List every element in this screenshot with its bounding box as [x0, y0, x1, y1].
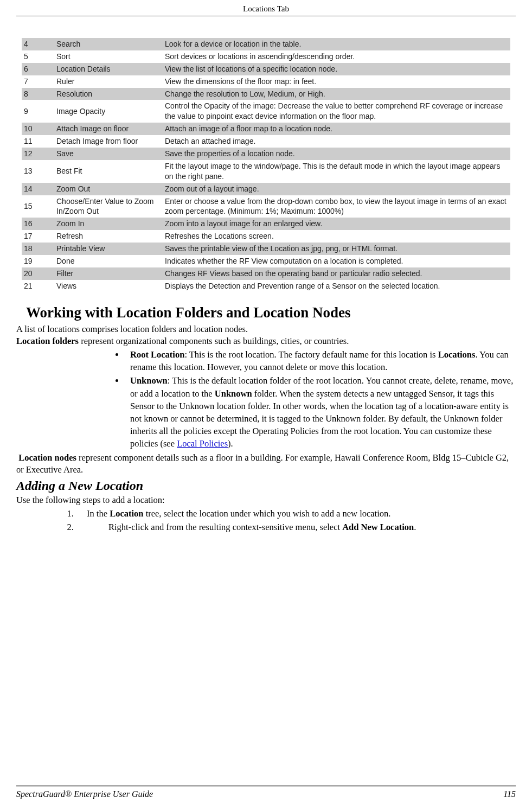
row-number: 16: [22, 218, 54, 230]
bullet-unknown: Unknown: This is the default location fo…: [125, 374, 516, 450]
table-row: 11Detach Image from floorDetach an attac…: [22, 135, 510, 148]
table-row: 17RefreshRefreshes the Locations screen.: [22, 230, 510, 243]
row-number: 11: [22, 135, 54, 148]
step-2: Right-click and from the resulting conte…: [76, 521, 516, 533]
nodes-bold: Location nodes: [18, 452, 76, 463]
row-name: Zoom In: [54, 218, 163, 230]
footer-rule: [16, 786, 516, 787]
table-row: 14Zoom OutZoom out of a layout image.: [22, 183, 510, 195]
table-row: 10Attach Image on floorAttach an image o…: [22, 123, 510, 135]
row-name: Ruler: [54, 75, 163, 88]
footer-left: SpectraGuard® Enterprise User Guide: [16, 789, 153, 799]
row-name: Done: [54, 255, 163, 267]
row-desc: Saves the printable view of the Location…: [163, 243, 510, 255]
nodes-rest: represent component details such as a fl…: [16, 452, 509, 475]
row-desc: Fit the layout image to the window/page.…: [163, 160, 510, 183]
row-desc: Detach an attached image.: [163, 135, 510, 148]
row-number: 7: [22, 75, 54, 88]
table-row: 13Best FitFit the layout image to the wi…: [22, 160, 510, 183]
table-row: 19DoneIndicates whether the RF View comp…: [22, 255, 510, 267]
row-desc: Change the resolution to Low, Medium, or…: [163, 88, 510, 100]
row-desc: Enter or choose a value from the drop-do…: [163, 195, 510, 218]
table-row: 8ResolutionChange the resolution to Low,…: [22, 88, 510, 100]
row-number: 21: [22, 280, 54, 292]
table-row: 6Location DetailsView the list of locati…: [22, 63, 510, 75]
row-number: 5: [22, 50, 54, 63]
bullet-root-location: Root Location: This is the root location…: [125, 348, 516, 373]
row-number: 17: [22, 230, 54, 243]
row-number: 13: [22, 160, 54, 183]
table-row: 7RulerView the dimensions of the floor m…: [22, 75, 510, 88]
row-number: 9: [22, 100, 54, 123]
bullet-unknown-bold: Unknown: [130, 375, 168, 386]
table-row: 18Printable ViewSaves the printable view…: [22, 243, 510, 255]
row-name: Choose/Enter Value to Zoom In/Zoom Out: [54, 195, 163, 218]
table-row: 5SortSort devices or locations in ascend…: [22, 50, 510, 63]
intro-line-1: A list of locations comprises location f…: [16, 323, 516, 335]
row-name: Zoom Out: [54, 183, 163, 195]
row-desc: Indicates whether the RF View computatio…: [163, 255, 510, 267]
section-heading: Working with Location Folders and Locati…: [26, 304, 516, 321]
row-number: 6: [22, 63, 54, 75]
table-row: 12SaveSave the properties of a location …: [22, 148, 510, 160]
row-desc: View the dimensions of the floor map: in…: [163, 75, 510, 88]
row-name: Printable View: [54, 243, 163, 255]
row-desc: Look for a device or location in the tab…: [163, 38, 510, 50]
bullet-root-bold: Root Location: [130, 349, 184, 360]
row-desc: Displays the Detection and Prevention ra…: [163, 280, 510, 292]
row-desc: Save the properties of a location node.: [163, 148, 510, 160]
row-name: Image Opacity: [54, 100, 163, 123]
row-name: Refresh: [54, 230, 163, 243]
row-name: Save: [54, 148, 163, 160]
row-name: Best Fit: [54, 160, 163, 183]
location-nodes-paragraph: Location nodes represent component detai…: [16, 452, 516, 476]
page-header: Locations Tab: [16, 0, 516, 16]
step-1: In the Location tree, select the locatio…: [76, 507, 516, 520]
intro2-bold: Location folders: [16, 336, 79, 346]
row-number: 20: [22, 267, 54, 280]
row-desc: Zoom out of a layout image.: [163, 183, 510, 195]
table-row: 21ViewsDisplays the Detection and Preven…: [22, 280, 510, 292]
location-folders-bullets: Root Location: This is the root location…: [16, 348, 516, 451]
row-name: Detach Image from floor: [54, 135, 163, 148]
table-row: 4SearchLook for a device or location in …: [22, 38, 510, 50]
row-number: 19: [22, 255, 54, 267]
row-desc: Attach an image of a floor map to a loca…: [163, 123, 510, 135]
row-name: Location Details: [54, 63, 163, 75]
footer: SpectraGuard® Enterprise User Guide 115: [16, 786, 516, 810]
row-desc: Sort devices or locations in ascending/d…: [163, 50, 510, 63]
row-desc: Zoom into a layout image for an enlarged…: [163, 218, 510, 230]
table-row: 15Choose/Enter Value to Zoom In/Zoom Out…: [22, 195, 510, 218]
locations-table-wrap: 4SearchLook for a device or location in …: [22, 38, 510, 292]
row-number: 4: [22, 38, 54, 50]
row-desc: Control the Opacity of the image: Decrea…: [163, 100, 510, 123]
row-name: Sort: [54, 50, 163, 63]
row-number: 10: [22, 123, 54, 135]
row-number: 8: [22, 88, 54, 100]
table-row: 16Zoom InZoom into a layout image for an…: [22, 218, 510, 230]
row-desc: View the list of locations of a specific…: [163, 63, 510, 75]
row-number: 14: [22, 183, 54, 195]
row-number: 15: [22, 195, 54, 218]
intro-line-2: Location folders represent organizationa…: [16, 335, 516, 347]
row-name: Filter: [54, 267, 163, 280]
row-name: Search: [54, 38, 163, 50]
row-desc: Changes RF Views based on the operating …: [163, 267, 510, 280]
add-location-steps: In the Location tree, select the locatio…: [16, 507, 516, 534]
steps-intro: Use the following steps to add a locatio…: [16, 494, 516, 506]
local-policies-link[interactable]: Local Policies: [177, 438, 228, 449]
row-number: 18: [22, 243, 54, 255]
footer-right: 115: [503, 789, 516, 799]
row-desc: Refreshes the Locations screen.: [163, 230, 510, 243]
locations-table: 4SearchLook for a device or location in …: [22, 38, 510, 292]
row-name: Resolution: [54, 88, 163, 100]
row-name: Views: [54, 280, 163, 292]
intro2-rest: represent organizational components such…: [79, 336, 349, 346]
row-name: Attach Image on floor: [54, 123, 163, 135]
row-number: 12: [22, 148, 54, 160]
table-row: 9Image OpacityControl the Opacity of the…: [22, 100, 510, 123]
adding-location-subheading: Adding a New Location: [16, 479, 516, 493]
table-row: 20FilterChanges RF Views based on the op…: [22, 267, 510, 280]
header-title: Locations Tab: [243, 4, 289, 13]
